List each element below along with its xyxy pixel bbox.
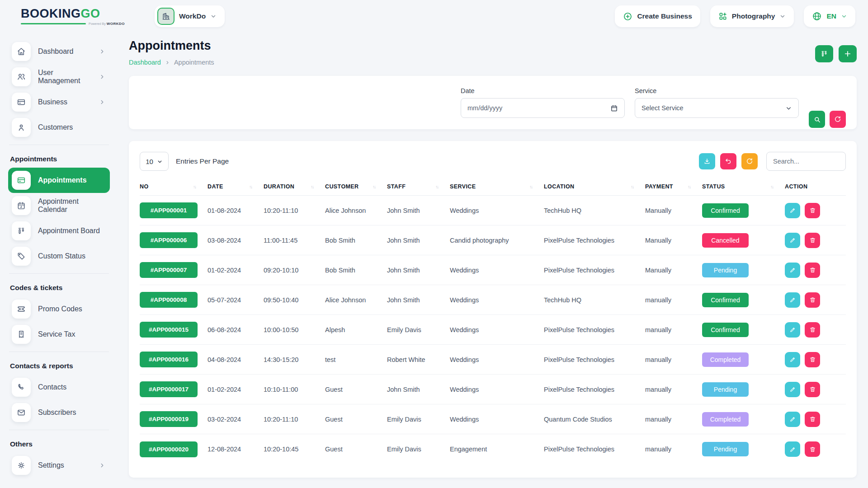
cell-location: PixelPulse Technologies — [544, 326, 645, 333]
sort-icon[interactable]: ↑↓ — [311, 184, 313, 189]
sort-icon[interactable]: ↑↓ — [770, 184, 773, 189]
column-header-customer[interactable]: CUSTOMER↑↓ — [325, 183, 387, 190]
entries-per-page-select[interactable]: 10 — [140, 152, 169, 171]
sidebar-item-appointment-board[interactable]: Appointment Board — [8, 218, 110, 244]
column-header-date[interactable]: DATE↑↓ — [208, 183, 264, 190]
edit-button[interactable] — [785, 412, 800, 427]
users-icon — [12, 67, 31, 86]
reset-filter-button[interactable] — [830, 111, 846, 128]
service-select[interactable]: Select Service — [635, 98, 799, 118]
pencil-icon — [789, 237, 796, 244]
sort-icon[interactable]: ↑↓ — [373, 184, 375, 189]
delete-button[interactable] — [805, 441, 820, 457]
appointment-no-badge[interactable]: #APP0000020 — [140, 441, 198, 457]
sort-icon[interactable]: ↑↓ — [193, 184, 196, 189]
column-header-action[interactable]: ACTION — [785, 183, 846, 190]
edit-button[interactable] — [785, 292, 800, 308]
column-header-payment[interactable]: PAYMENT↑↓ — [645, 183, 702, 190]
edit-button[interactable] — [785, 263, 800, 278]
sort-icon[interactable]: ↑↓ — [688, 184, 690, 189]
kanban-icon — [12, 221, 31, 240]
building-icon — [157, 8, 175, 25]
appointment-no-badge[interactable]: #APP000001 — [140, 202, 198, 218]
sidebar-item-contacts[interactable]: Contacts — [8, 375, 110, 400]
delete-button[interactable] — [805, 292, 820, 308]
column-header-service[interactable]: SERVICE↑↓ — [450, 183, 544, 190]
appointment-no-badge[interactable]: #APP000006 — [140, 232, 198, 248]
cell-duration: 10:10-11:00 — [264, 386, 325, 393]
delete-button[interactable] — [805, 412, 820, 427]
delete-button[interactable] — [805, 322, 820, 338]
cell-payment: manually — [645, 326, 702, 333]
edit-button[interactable] — [785, 352, 800, 367]
date-input[interactable]: mm/dd/yyyy — [461, 98, 625, 118]
delete-button[interactable] — [805, 233, 820, 248]
sort-icon[interactable]: ↑↓ — [529, 184, 532, 189]
trash-icon — [809, 326, 816, 333]
appointment-no-badge[interactable]: #APP0000016 — [140, 352, 198, 367]
edit-button[interactable] — [785, 233, 800, 248]
sidebar-item-user-management[interactable]: User Management — [8, 64, 110, 89]
table-search-input[interactable] — [766, 152, 846, 171]
delete-button[interactable] — [805, 382, 820, 397]
appointment-no-badge[interactable]: #APP0000019 — [140, 411, 198, 427]
delete-button[interactable] — [805, 352, 820, 367]
appointment-no-badge[interactable]: #APP0000017 — [140, 381, 198, 397]
sort-icon[interactable]: ↑↓ — [249, 184, 252, 189]
reload-button[interactable] — [741, 153, 758, 169]
column-header-staff[interactable]: STAFF↑↓ — [387, 183, 450, 190]
column-header-duration[interactable]: DURATION↑↓ — [264, 183, 325, 190]
breadcrumb-dashboard-link[interactable]: Dashboard — [129, 59, 161, 66]
language-selector[interactable]: EN — [804, 5, 855, 27]
column-header-status[interactable]: STATUS↑↓ — [702, 183, 785, 190]
sort-icon[interactable]: ↑↓ — [631, 184, 633, 189]
column-header-no[interactable]: NO↑↓ — [140, 183, 208, 190]
sidebar-item-appointment-calendar[interactable]: Appointment Calendar — [8, 193, 110, 218]
sidebar-item-customers[interactable]: Customers — [8, 115, 110, 140]
cell-service: Weddings — [450, 326, 544, 333]
chevron-down-icon — [785, 105, 792, 112]
delete-button[interactable] — [805, 263, 820, 278]
sidebar-item-custom-status[interactable]: Custom Status — [8, 244, 110, 269]
column-header-location[interactable]: LOCATION↑↓ — [544, 183, 645, 190]
cell-location: PixelPulse Technologies — [544, 237, 645, 244]
sort-icon[interactable]: ↑↓ — [435, 184, 438, 189]
cell-staff: John Smith — [387, 386, 450, 393]
trash-icon — [809, 207, 816, 214]
kanban-icon — [820, 50, 828, 58]
edit-button[interactable] — [785, 203, 800, 218]
sidebar-item-business[interactable]: Business — [8, 89, 110, 115]
add-appointment-button[interactable] — [839, 45, 857, 62]
appointment-no-badge[interactable]: #APP000008 — [140, 292, 198, 308]
cell-customer: Alice Johnson — [325, 296, 387, 304]
cell-location: TechHub HQ — [544, 207, 645, 214]
cell-staff: Emily Davis — [387, 446, 450, 453]
edit-button[interactable] — [785, 441, 800, 457]
refresh-icon — [746, 158, 753, 165]
sidebar-item-promo-codes[interactable]: Promo Codes — [8, 296, 110, 322]
sidebar-item-service-tax[interactable]: Service Tax — [8, 322, 110, 347]
chevron-down-icon — [841, 13, 847, 19]
sidebar-divider — [9, 145, 109, 145]
edit-button[interactable] — [785, 382, 800, 397]
status-badge: Confirmed — [702, 293, 749, 307]
appointment-no-badge[interactable]: #APP0000015 — [140, 322, 198, 338]
undo-button[interactable] — [720, 153, 736, 169]
cell-location: PixelPulse Technologies — [544, 356, 645, 363]
edit-button[interactable] — [785, 322, 800, 338]
apply-filter-button[interactable] — [809, 111, 825, 128]
export-button[interactable] — [699, 153, 715, 169]
sidebar-item-subscribers[interactable]: Subscribers — [8, 400, 110, 425]
delete-button[interactable] — [805, 203, 820, 218]
cell-duration: 10:20-11:10 — [264, 416, 325, 423]
sidebar-item-settings[interactable]: Settings — [8, 453, 110, 478]
sidebar-item-dashboard[interactable]: Dashboard — [8, 39, 110, 64]
appointment-no-badge[interactable]: #APP000007 — [140, 262, 198, 278]
workspace-selector[interactable]: WorkDo — [155, 5, 225, 27]
board-view-button[interactable] — [815, 45, 833, 62]
create-business-button[interactable]: Create Business — [615, 5, 700, 27]
sidebar-item-appointments[interactable]: Appointments — [8, 168, 110, 193]
cell-payment: manually — [645, 296, 702, 304]
business-type-selector[interactable]: Photography — [710, 5, 794, 27]
search-icon — [813, 116, 821, 123]
